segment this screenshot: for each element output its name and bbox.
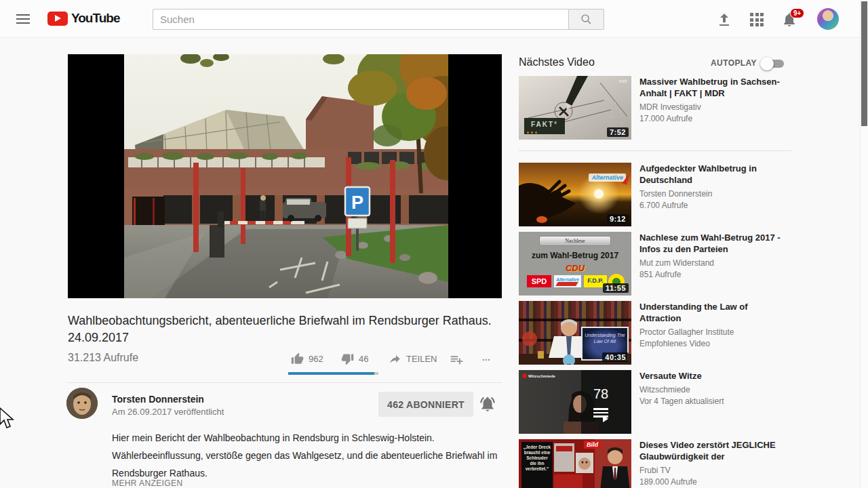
more-actions-button[interactable] [480, 355, 492, 365]
thumb-caption: zum Wahl-Betrug 2017 [519, 251, 631, 260]
like-ratio-fill [288, 372, 374, 375]
nachlese-banner: Nachlese [539, 236, 611, 246]
subscribe-button[interactable]: 462 ABONNIERT [378, 392, 473, 417]
suggested-video-4[interactable]: Understanding The Law Of Att 40:35 Under… [519, 301, 791, 365]
suggested-title[interactable]: Aufgedeckter Wahlbetrug in Deutschland [639, 163, 791, 186]
thumbnail-6[interactable]: „Jeder Dreck braucht eine Schleuder die … [519, 439, 631, 488]
suggested-title[interactable]: Massiver Wahlbetrug in Sachsen-Anhalt | … [639, 76, 791, 99]
suggested-channel: Mut zum Widerstand [639, 258, 791, 268]
video-player[interactable]: P [68, 54, 502, 298]
toggle-knob [760, 57, 774, 70]
suggested-views: Empfohlenes Video [639, 339, 791, 348]
thumbnail-4[interactable]: Understanding The Law Of Att 40:35 [519, 301, 631, 365]
suggested-channel: Torsten Donnerstein [639, 189, 791, 199]
search-button[interactable] [569, 9, 604, 30]
menu-icon[interactable] [16, 14, 30, 24]
suggested-views: 189.000 Aufrufe [639, 477, 791, 487]
upload-icon[interactable] [716, 12, 732, 28]
scrollbar-thumb[interactable] [861, 1, 867, 126]
cdu-logo: CDU [519, 263, 631, 273]
suggested-views: 851 Aufrufe [639, 270, 791, 279]
channel-notification-bell[interactable] [479, 395, 498, 414]
suggested-video-1[interactable]: FAKT° mdr 7:52 Massiver Wahlbetrug in Sa… [519, 76, 791, 140]
next-video-heading: Nächstes Video [519, 56, 595, 68]
add-to-playlist-button[interactable] [450, 352, 464, 367]
suggested-channel: Frubi TV [639, 466, 791, 475]
witzschmiede-logo: Witzschmiede [522, 373, 555, 378]
notification-badge: 9+ [790, 8, 804, 18]
suggested-views: 6.700 Aufrufe [639, 201, 791, 210]
search-icon [580, 14, 592, 25]
fakt-dots [527, 131, 537, 134]
bell-ring-icon [479, 395, 496, 413]
bild-logo: Bild [584, 441, 601, 449]
suggested-channel: MDR Investigativ [639, 102, 791, 112]
sidebar-divider [519, 150, 791, 151]
thumbnail-1[interactable]: FAKT° mdr 7:52 [519, 76, 631, 140]
suggested-video-2[interactable]: Alternative 9:12 Aufgedeckter Wahlbetrug… [519, 163, 791, 226]
autoplay-label: AUTOPLAY [711, 58, 757, 68]
show-more-button[interactable]: MEHR ANZEIGEN [112, 479, 183, 488]
share-label: TEILEN [406, 354, 437, 364]
spd-logo: SPD [527, 275, 551, 287]
share-button[interactable]: TEILEN [389, 352, 437, 365]
like-count: 962 [309, 354, 323, 364]
share-icon [389, 352, 401, 365]
duration-badge: 7:52 [607, 127, 629, 137]
suggested-video-3[interactable]: Nachlese zum Wahl-Betrug 2017 CDU SPD Al… [519, 232, 791, 296]
autoplay-toggle[interactable] [762, 57, 784, 70]
search-input[interactable] [153, 9, 569, 30]
view-count: 31.213 Aufrufe [68, 352, 138, 364]
afd-logo: Alternative [589, 174, 626, 182]
thumb-down-icon [341, 352, 354, 365]
playlist-icon [593, 408, 608, 420]
suggested-title[interactable]: Nachlese zum Wahl-Betrug 2017 - Infos zu… [639, 232, 791, 255]
account-avatar[interactable] [817, 8, 839, 30]
suggested-title[interactable]: Understanding the Law of Attraction [639, 301, 791, 324]
thumb-up-icon [291, 352, 304, 365]
thumbnail-2[interactable]: Alternative 9:12 [519, 163, 631, 226]
suggested-updated: Vor 4 Tagen aktualisiert [639, 396, 791, 406]
playlist-add-icon [450, 352, 464, 367]
youtube-logo[interactable]: YouTube [47, 11, 119, 26]
duration-badge: 40:35 [602, 352, 629, 362]
page-scrollbar [860, 0, 868, 488]
suggested-title[interactable]: Versaute Witze [639, 370, 791, 382]
poster-quote: „Jeder Dreck braucht eine Schleuder die … [521, 442, 553, 488]
duration-badge: 9:12 [607, 214, 629, 224]
video-title: Wahlbeobachtungsbericht, abenteuerliche … [68, 312, 502, 346]
youtube-logo-text: YouTube [71, 11, 119, 26]
publish-date: Am 26.09.2017 veröffentlicht [112, 407, 224, 417]
channel-avatar[interactable] [66, 388, 98, 419]
suggested-channel: Proctor Gallagher Institute [639, 327, 791, 337]
apps-grid-icon[interactable] [749, 12, 765, 28]
suggested-title[interactable]: Dieses Video zerstört JEGLICHE Glaubwürd… [639, 439, 791, 462]
playlist-count: 78 [593, 386, 608, 402]
playlist-overlay: 78 [581, 370, 631, 434]
dislike-button[interactable]: 46 [341, 352, 368, 365]
more-dots-icon [480, 355, 492, 365]
mdr-watermark: mdr [619, 79, 627, 83]
thumbnail-5[interactable]: Witzschmiede 78 [519, 370, 631, 434]
afd-box-arrow [555, 282, 578, 286]
section-divider [68, 382, 502, 383]
dislike-count: 46 [359, 354, 368, 364]
witzschmiede-mark [522, 373, 527, 378]
duration-badge: 11:55 [603, 283, 629, 293]
notifications-bell[interactable]: 9+ [781, 12, 797, 28]
suggested-channel: Witzschmiede [639, 385, 791, 394]
suggested-views: 17.000 Aufrufe [639, 114, 791, 123]
like-ratio-bar [288, 372, 378, 375]
like-button[interactable]: 962 [291, 352, 323, 365]
video-frame-rathaus: P [124, 54, 448, 298]
channel-name[interactable]: Torsten Donnerstein [112, 394, 204, 405]
suggested-video-6[interactable]: „Jeder Dreck braucht eine Schleuder die … [519, 439, 791, 488]
top-header: YouTube 9+ [0, 0, 868, 38]
svg-text:P: P [351, 192, 363, 213]
video-description: Hier mein Bericht der Wahlbeobachtung in… [112, 429, 505, 482]
youtube-play-icon [47, 12, 68, 26]
suggested-playlist-5[interactable]: Witzschmiede 78 Versaute Witze Witzschmi… [519, 370, 791, 434]
thumbnail-3[interactable]: Nachlese zum Wahl-Betrug 2017 CDU SPD Al… [519, 232, 631, 296]
mouse-cursor [0, 407, 16, 430]
